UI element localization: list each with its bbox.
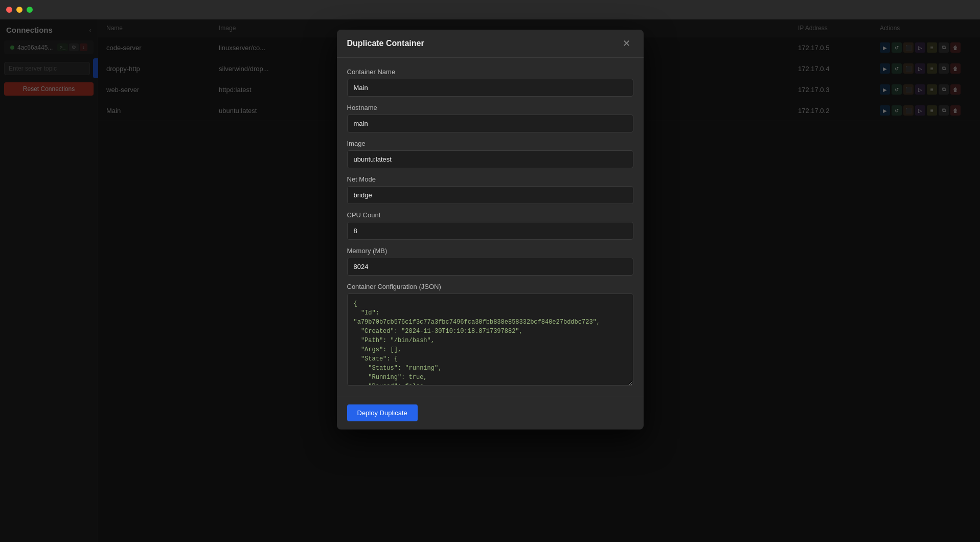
- modal-footer: Deploy Duplicate: [337, 396, 644, 430]
- container-name-input[interactable]: [347, 79, 633, 97]
- image-label: Image: [347, 140, 633, 147]
- modal-close-button[interactable]: ✕: [620, 38, 633, 49]
- config-textarea[interactable]: { "Id": "a79b70b7cb576c1f3c77a3fbc7496fc…: [347, 293, 633, 386]
- image-input[interactable]: [347, 150, 633, 168]
- modal-header: Duplicate Container ✕: [337, 30, 644, 58]
- net-mode-label: Net Mode: [347, 175, 633, 183]
- deploy-duplicate-button[interactable]: Deploy Duplicate: [347, 404, 418, 421]
- config-label: Container Configuration (JSON): [347, 283, 633, 290]
- duplicate-container-modal: Duplicate Container ✕ Container Name Hos…: [337, 30, 644, 430]
- memory-group: Memory (MB): [347, 247, 633, 276]
- close-traffic-light[interactable]: [6, 7, 12, 13]
- modal-overlay: Duplicate Container ✕ Container Name Hos…: [0, 19, 980, 542]
- cpu-count-label: CPU Count: [347, 211, 633, 219]
- config-group: Container Configuration (JSON) { "Id": "…: [347, 283, 633, 386]
- memory-label: Memory (MB): [347, 247, 633, 255]
- maximize-traffic-light[interactable]: [27, 7, 33, 13]
- image-group: Image: [347, 140, 633, 168]
- modal-body: Container Name Hostname Image Net Mode C…: [337, 58, 644, 396]
- modal-title: Duplicate Container: [347, 39, 424, 48]
- container-name-label: Container Name: [347, 68, 633, 76]
- hostname-label: Hostname: [347, 104, 633, 111]
- hostname-input[interactable]: [347, 115, 633, 132]
- titlebar: [0, 0, 980, 19]
- memory-input[interactable]: [347, 258, 633, 276]
- minimize-traffic-light[interactable]: [16, 7, 22, 13]
- net-mode-group: Net Mode: [347, 175, 633, 204]
- cpu-count-input[interactable]: [347, 222, 633, 240]
- hostname-group: Hostname: [347, 104, 633, 132]
- net-mode-input[interactable]: [347, 186, 633, 204]
- cpu-count-group: CPU Count: [347, 211, 633, 240]
- container-name-group: Container Name: [347, 68, 633, 97]
